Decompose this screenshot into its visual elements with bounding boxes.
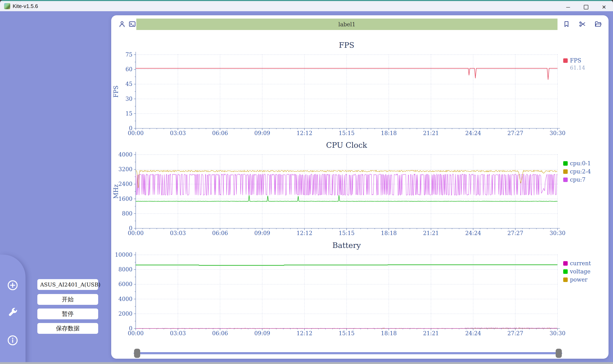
- chart-legend: currentvoltagepower: [563, 260, 609, 285]
- svg-text:12:12: 12:12: [297, 230, 313, 236]
- svg-text:06:06: 06:06: [212, 330, 228, 337]
- user-icon: [118, 20, 126, 28]
- time-range-slider[interactable]: [134, 348, 562, 358]
- legend-label: power: [570, 276, 587, 283]
- svg-text:2400: 2400: [118, 181, 132, 187]
- device-select-value: ASUS_AI2401_A(USB): [40, 282, 100, 288]
- taskbar-edge: [0, 362, 613, 364]
- svg-text:09:09: 09:09: [254, 130, 270, 136]
- legend-label: current: [570, 260, 591, 266]
- legend-label: cpu:0-1: [570, 160, 591, 167]
- label-input[interactable]: label1: [136, 19, 558, 30]
- cut-button[interactable]: [578, 20, 586, 28]
- add-device-button[interactable]: [7, 280, 18, 291]
- maximize-button[interactable]: [577, 2, 595, 12]
- svg-text:21:21: 21:21: [423, 230, 439, 236]
- chart-legend: FPS61.14: [563, 57, 609, 72]
- legend-swatch: [563, 261, 568, 266]
- legend-swatch: [563, 169, 568, 174]
- svg-text:09:09: 09:09: [254, 230, 270, 236]
- app-icon: [4, 3, 10, 9]
- svg-text:12:12: 12:12: [297, 330, 313, 337]
- svg-text:18:18: 18:18: [381, 330, 397, 337]
- terminal-icon: [128, 20, 136, 28]
- svg-text:03:03: 03:03: [170, 130, 186, 136]
- pause-button[interactable]: 暂停: [37, 309, 98, 319]
- start-button[interactable]: 开始: [37, 294, 98, 305]
- titlebar: Kite-v1.5.6 ─ ✕: [0, 0, 613, 11]
- chart-plot: 00:0003:0306:0609:0912:1215:1518:1821:21…: [111, 50, 609, 138]
- svg-text:15:15: 15:15: [339, 330, 355, 337]
- svg-text:0: 0: [129, 125, 132, 131]
- legend-entry: cpu:7: [563, 177, 609, 183]
- user-button[interactable]: [118, 20, 126, 28]
- slider-handle-right[interactable]: [556, 349, 562, 358]
- legend-label: cpu:2-4: [570, 168, 591, 175]
- app-window: Kite-v1.5.6 ─ ✕: [0, 0, 613, 364]
- bookmark-icon: [563, 20, 570, 28]
- svg-text:4000: 4000: [118, 296, 132, 302]
- folder-icon: [594, 20, 602, 28]
- sidebar-rail: [0, 255, 26, 364]
- svg-text:03:03: 03:03: [170, 330, 186, 337]
- settings-button[interactable]: [7, 307, 18, 318]
- svg-text:27:27: 27:27: [507, 330, 523, 337]
- info-icon: [7, 335, 18, 346]
- svg-text:30:30: 30:30: [549, 230, 565, 236]
- chart-title: FPS: [136, 41, 558, 50]
- svg-text:24:24: 24:24: [465, 230, 481, 236]
- save-data-button[interactable]: 保存数据: [37, 323, 98, 334]
- battery-chart: Battery 00:0003:0306:0609:0912:1215:1518…: [111, 241, 609, 338]
- slider-track[interactable]: [134, 352, 562, 354]
- chart-plot: 00:0003:0306:0609:0912:1215:1518:1821:21…: [111, 250, 609, 338]
- bookmark-button[interactable]: [563, 20, 570, 28]
- legend-label: cpu:7: [570, 177, 586, 183]
- legend-value: 61.14: [570, 65, 609, 71]
- minimize-button[interactable]: ─: [559, 2, 577, 12]
- legend-entry: cpu:0-1: [563, 160, 609, 167]
- svg-text:27:27: 27:27: [507, 130, 523, 136]
- svg-text:FPS: FPS: [112, 86, 119, 98]
- svg-text:09:09: 09:09: [254, 330, 270, 337]
- about-button[interactable]: [7, 335, 18, 346]
- svg-text:03:03: 03:03: [170, 230, 186, 236]
- svg-text:30:30: 30:30: [549, 330, 565, 337]
- close-icon: ✕: [602, 4, 606, 10]
- svg-text:12:12: 12:12: [297, 130, 313, 136]
- svg-text:15: 15: [126, 110, 132, 117]
- svg-text:4000: 4000: [118, 151, 132, 158]
- svg-text:8000: 8000: [118, 266, 132, 273]
- svg-text:30: 30: [126, 96, 132, 102]
- chart-plot: 00:0003:0306:0609:0912:1215:1518:1821:21…: [111, 150, 609, 238]
- legend-label: voltage: [570, 268, 590, 275]
- svg-text:75: 75: [126, 52, 132, 58]
- svg-text:10000: 10000: [115, 252, 132, 258]
- window-title: Kite-v1.5.6: [13, 3, 38, 9]
- open-folder-button[interactable]: [594, 20, 602, 28]
- svg-text:MHz: MHz: [112, 184, 119, 198]
- svg-text:27:27: 27:27: [507, 230, 523, 236]
- legend-entry: FPS: [563, 57, 609, 64]
- svg-text:30:30: 30:30: [549, 130, 565, 136]
- chart-title: CPU Clock: [136, 141, 558, 150]
- svg-text:24:24: 24:24: [465, 130, 481, 136]
- terminal-button[interactable]: [128, 20, 136, 28]
- close-button[interactable]: ✕: [595, 2, 613, 12]
- maximize-icon: [584, 5, 588, 9]
- svg-text:0: 0: [129, 225, 132, 231]
- scissors-icon: [578, 20, 586, 28]
- screen: Kite-v1.5.6 ─ ✕: [0, 0, 613, 364]
- legend-swatch: [563, 277, 568, 282]
- svg-text:60: 60: [126, 66, 132, 72]
- legend-swatch: [563, 269, 568, 274]
- legend-swatch: [563, 161, 568, 166]
- svg-text:1600: 1600: [118, 196, 132, 202]
- slider-handle-left[interactable]: [134, 349, 140, 358]
- device-select[interactable]: ASUS_AI2401_A(USB): [37, 279, 98, 290]
- svg-text:24:24: 24:24: [465, 330, 481, 337]
- legend-swatch: [563, 58, 568, 63]
- wrench-icon: [7, 307, 18, 318]
- legend-entry: voltage: [563, 268, 609, 275]
- svg-text:3200: 3200: [118, 166, 132, 172]
- legend-label: FPS: [570, 57, 581, 64]
